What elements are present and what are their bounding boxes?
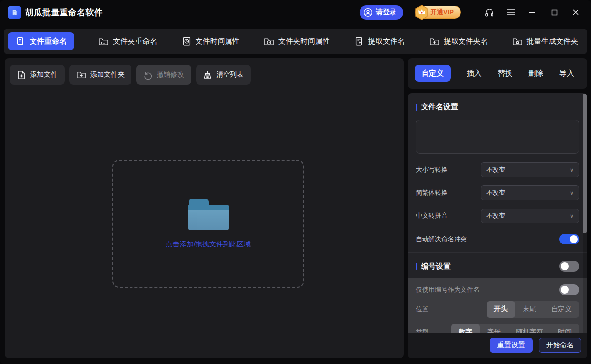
type-option-time[interactable]: 时间 (551, 324, 579, 333)
case-convert-select[interactable]: 不改变 ∨ (481, 162, 579, 177)
simplified-traditional-select[interactable]: 不改变 ∨ (481, 185, 579, 200)
vip-label: 开通VIP (430, 8, 454, 17)
settings-tabbar: 自定义 插入 替换 删除 导入 (408, 58, 587, 89)
tab-label: 文件重命名 (30, 37, 66, 46)
chevron-down-icon: ∨ (570, 190, 574, 196)
tab-file-rename[interactable]: 文件重命名 (8, 32, 74, 50)
position-row: 位置 开头 末尾 自定义 (416, 301, 579, 318)
pinyin-convert-select[interactable]: 不改变 ∨ (481, 209, 579, 223)
accent-bar (416, 104, 417, 111)
tab-extract-foldername[interactable]: 提取文件夹名 (429, 37, 488, 46)
tab-extract-filename[interactable]: 提取文件名 (354, 36, 405, 46)
position-segmented-control: 开头 末尾 自定义 (487, 301, 579, 318)
scrollbar-thumb[interactable] (583, 94, 587, 233)
type-option-number[interactable]: 数字 (451, 324, 480, 333)
settings-tab-insert[interactable]: 插入 (467, 69, 482, 78)
file-dropzone[interactable]: 点击添加/拖拽文件到此区域 (112, 160, 304, 288)
row-label: 大小写转换 (416, 165, 448, 174)
reset-settings-button[interactable]: 重置设置 (490, 338, 533, 353)
filename-input[interactable] (416, 120, 579, 154)
user-icon (363, 8, 373, 17)
vip-button[interactable]: 开通VIP (415, 6, 461, 19)
undo-button[interactable]: 撤销修改 (136, 65, 191, 85)
type-row: 类型 数字 字母 随机字符 时间 (416, 324, 579, 333)
accent-bar (416, 263, 417, 270)
file-list-panel: 添加文件 添加文件夹 撤销修改 清空列表 点击添加/拖拽文件到此区域 (5, 58, 404, 358)
settings-tab-import[interactable]: 导入 (559, 69, 574, 78)
tab-folder-rename[interactable]: 文件夹重命名 (98, 37, 157, 46)
pinyin-convert-row: 中文转拼音 不改变 ∨ (408, 209, 587, 223)
login-button[interactable]: 请登录 (360, 5, 403, 20)
settings-panel: 文件名设置 大小写转换 不改变 ∨ 简繁体转换 不改变 ∨ 中文转拼音 (408, 93, 587, 358)
button-label: 添加文件夹 (90, 70, 125, 79)
tab-label: 提取文件名 (368, 37, 405, 46)
menu-icon[interactable] (503, 5, 518, 20)
settings-tab-custom[interactable]: 自定义 (415, 65, 451, 82)
folder-extract-icon (429, 37, 440, 46)
clear-list-button[interactable]: 清空列表 (196, 65, 251, 85)
position-option-end[interactable]: 末尾 (515, 301, 544, 318)
folder-clock-icon (264, 37, 274, 46)
file-extract-icon (354, 36, 364, 46)
folder-gear-icon (512, 37, 523, 46)
tab-label: 文件夹重命名 (113, 37, 157, 46)
add-file-button[interactable]: 添加文件 (10, 65, 65, 85)
numbering-section-header: 编号设置 (408, 252, 587, 272)
row-label: 中文转拼音 (416, 212, 448, 220)
numbering-toggle[interactable] (559, 261, 579, 272)
settings-footer: 重置设置 开始命名 (408, 333, 587, 358)
auto-resolve-row: 自动解决命名冲突 (408, 234, 587, 244)
minimize-button[interactable] (525, 5, 540, 20)
close-button[interactable] (568, 5, 583, 20)
simplified-traditional-row: 简繁体转换 不改变 ∨ (408, 185, 587, 200)
type-option-letter[interactable]: 字母 (480, 324, 508, 333)
app-logo-icon (8, 6, 21, 19)
button-label: 添加文件 (30, 70, 58, 79)
chevron-down-icon: ∨ (570, 213, 574, 219)
chevron-down-icon: ∨ (570, 167, 574, 173)
row-label: 自动解决命名冲突 (416, 235, 467, 243)
start-rename-button[interactable]: 开始命名 (539, 338, 581, 353)
login-label: 请登录 (376, 8, 396, 17)
file-clock-icon (182, 36, 192, 46)
undo-icon (143, 70, 153, 80)
select-value: 不改变 (486, 188, 505, 197)
section-title: 编号设置 (421, 262, 451, 271)
settings-scrollbar (583, 93, 587, 333)
row-label: 位置 (416, 305, 428, 314)
row-label: 类型 (416, 328, 428, 333)
titlebar: 胡瓜批量重命名软件 请登录 开通VIP (0, 0, 591, 25)
folder-plus-icon (76, 70, 86, 79)
window-controls (475, 5, 583, 20)
folder-illustration-icon (188, 199, 229, 230)
position-option-custom[interactable]: 自定义 (544, 301, 579, 318)
position-option-start[interactable]: 开头 (487, 301, 515, 318)
settings-tab-delete[interactable]: 删除 (528, 69, 543, 78)
numbering-options-disabled: 仅使用编号作为文件名 位置 开头 末尾 自定义 类型 数字 字母 (408, 278, 587, 333)
file-toolbar: 添加文件 添加文件夹 撤销修改 清空列表 (5, 58, 404, 91)
settings-scroll-area: 文件名设置 大小写转换 不改变 ∨ 简繁体转换 不改变 ∨ 中文转拼音 (408, 93, 587, 333)
tab-file-time[interactable]: 文件时间属性 (182, 36, 240, 46)
headphones-icon[interactable] (482, 5, 496, 20)
tab-folder-time[interactable]: 文件夹时间属性 (264, 37, 330, 46)
tab-batch-create-folder[interactable]: 批量生成文件夹 (512, 37, 578, 46)
filename-section-header: 文件名设置 (408, 93, 587, 112)
section-title: 文件名设置 (421, 102, 458, 112)
settings-tab-replace[interactable]: 替换 (498, 69, 513, 78)
row-label: 简繁体转换 (416, 188, 448, 197)
type-option-random[interactable]: 随机字符 (508, 324, 551, 333)
select-value: 不改变 (486, 212, 505, 220)
only-number-toggle[interactable] (559, 284, 579, 295)
file-rename-icon (16, 36, 26, 46)
add-folder-button[interactable]: 添加文件夹 (69, 65, 131, 85)
auto-resolve-toggle[interactable] (559, 234, 579, 244)
broom-icon (203, 70, 212, 80)
case-convert-row: 大小写转换 不改变 ∨ (408, 162, 587, 177)
tab-label: 提取文件夹名 (444, 37, 488, 46)
tab-label: 文件夹时间属性 (278, 37, 330, 46)
row-label: 仅使用编号作为文件名 (416, 285, 480, 294)
file-plus-icon (17, 70, 26, 80)
maximize-button[interactable] (547, 5, 561, 20)
only-number-row: 仅使用编号作为文件名 (416, 284, 579, 295)
main-tabbar: 文件重命名 文件夹重命名 文件时间属性 文件夹时间属性 提取文件名 提取文件夹名… (4, 29, 587, 54)
